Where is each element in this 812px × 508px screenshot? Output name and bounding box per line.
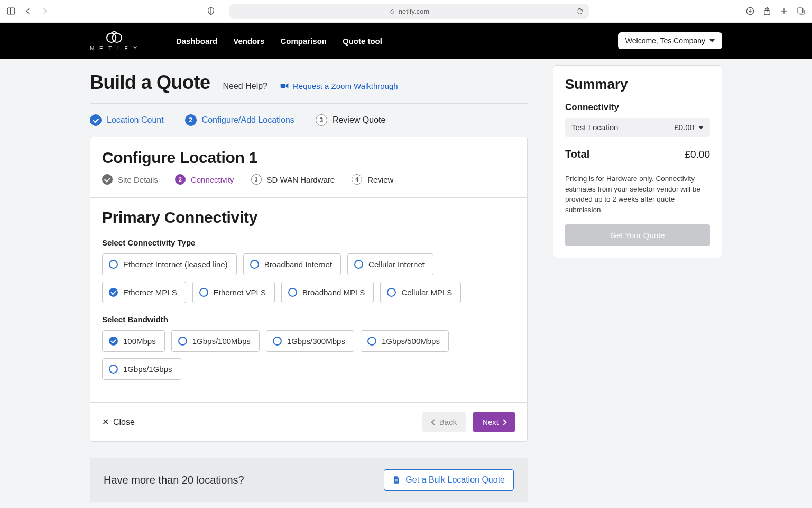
option-label: 1Gbps/300Mbps	[287, 337, 345, 346]
summary-location-row[interactable]: Test Location £0.00	[565, 118, 710, 137]
svg-point-11	[107, 33, 116, 42]
svg-rect-10	[798, 8, 803, 13]
svg-rect-15	[395, 479, 398, 480]
summary-title: Summary	[565, 76, 710, 93]
radio-icon	[387, 288, 396, 297]
option-label: Ethernet MPLS	[123, 288, 177, 297]
next-button[interactable]: Next	[473, 412, 515, 432]
radio-icon	[109, 365, 118, 374]
substep-connectivity[interactable]: 2 Connectivity	[175, 174, 234, 185]
chevron-right-icon	[501, 419, 506, 425]
option-label: 1Gbps/100Mbps	[192, 337, 251, 346]
caret-down-icon	[709, 39, 715, 42]
quote-stepper: Location Count 2 Configure/Add Locations…	[90, 112, 528, 137]
section-title: Primary Connectivity	[102, 208, 515, 226]
page-title: Build a Quote	[90, 71, 210, 94]
reload-icon[interactable]	[576, 7, 584, 15]
substep-review[interactable]: 4 Review	[352, 174, 393, 185]
option-label: Cellular Internet	[368, 260, 425, 269]
summary-location-name: Test Location	[571, 123, 618, 132]
svg-rect-16	[395, 480, 398, 481]
summary-subtitle: Connectivity	[565, 102, 710, 113]
bandwidth-option[interactable]: 1Gbps/100Mbps	[171, 330, 260, 352]
zoom-link-text: Request a Zoom Walkthrough	[293, 81, 398, 90]
option-label: 1Gbps/1Gbps	[123, 365, 172, 374]
divider	[90, 103, 528, 104]
bandwidth-option[interactable]: 1Gbps/1Gbps	[102, 358, 181, 380]
browser-chrome: netify.com	[0, 0, 812, 23]
downloads-icon[interactable]	[745, 6, 755, 16]
summary-panel: Summary Connectivity Test Location £0.00…	[553, 65, 722, 258]
radio-icon	[109, 288, 118, 297]
substep-sdwan-hardware[interactable]: 3 SD WAN Hardware	[251, 174, 335, 185]
configure-location-card: Configure Location 1 Site Details 2 Conn…	[90, 137, 528, 442]
sidebar-toggle-icon[interactable]	[6, 6, 16, 16]
radio-icon	[367, 337, 376, 346]
caret-down-icon	[698, 126, 704, 129]
nav-dashboard[interactable]: Dashboard	[176, 37, 217, 46]
bulk-question: Have more than 20 locations?	[104, 474, 244, 486]
option-label: Ethernet VPLS	[214, 288, 266, 297]
lock-icon	[389, 8, 395, 14]
connectivity-option[interactable]: Cellular Internet	[347, 253, 433, 275]
get-quote-button[interactable]: Get Your Quote	[565, 224, 710, 246]
svg-rect-0	[7, 8, 15, 14]
tab-overview-icon[interactable]	[796, 6, 806, 16]
zoom-walkthrough-link[interactable]: Request a Zoom Walkthrough	[280, 81, 398, 90]
connectivity-option[interactable]: Ethernet Internet (leased line)	[102, 253, 237, 275]
app-header: N E T I F Y Dashboard Vendors Comparison…	[0, 23, 812, 59]
step-location-count[interactable]: Location Count	[90, 114, 164, 126]
brand-name: N E T I F Y	[90, 46, 139, 51]
bulk-quote-button[interactable]: Get a Bulk Location Quote	[384, 469, 514, 491]
brand-logo[interactable]: N E T I F Y	[90, 31, 139, 51]
netify-logo-icon	[104, 31, 125, 43]
radio-icon	[178, 337, 187, 346]
nav-back-icon[interactable]	[23, 6, 33, 16]
share-icon[interactable]	[762, 6, 772, 16]
bandwidth-options: 100Mbps1Gbps/100Mbps1Gbps/300Mbps1Gbps/5…	[102, 330, 515, 380]
radio-icon	[273, 337, 282, 346]
connectivity-option[interactable]: Broadband Internet	[243, 253, 341, 275]
connectivity-option[interactable]: Broadband MPLS	[281, 282, 374, 303]
document-icon	[393, 476, 400, 484]
radio-icon	[250, 260, 259, 269]
radio-icon	[109, 337, 118, 346]
radio-icon	[199, 288, 208, 297]
account-menu[interactable]: Welcome, Tes Company	[618, 32, 722, 49]
connectivity-type-options: Ethernet Internet (leased line)Broadband…	[102, 253, 515, 303]
chevron-left-icon	[431, 419, 437, 425]
step-configure-locations[interactable]: 2 Configure/Add Locations	[185, 114, 294, 126]
bandwidth-option[interactable]: 1Gbps/300Mbps	[266, 330, 354, 352]
summary-total-row: Total £0.00	[565, 146, 710, 166]
radio-icon	[109, 260, 118, 269]
option-label: Broadband Internet	[264, 260, 332, 269]
option-label: 100Mbps	[123, 337, 156, 346]
bandwidth-label: Select Bandwidth	[102, 315, 515, 324]
close-button[interactable]: ✕ Close	[102, 418, 135, 427]
bandwidth-option[interactable]: 1Gbps/500Mbps	[361, 330, 449, 352]
checkmark-icon	[90, 114, 102, 126]
option-label: Broadband MPLS	[302, 288, 365, 297]
nav-quote-tool[interactable]: Quote tool	[343, 37, 382, 46]
option-label: Ethernet Internet (leased line)	[123, 260, 228, 269]
step-review-quote[interactable]: 3 Review Quote	[316, 114, 386, 126]
close-icon: ✕	[102, 418, 109, 427]
address-bar[interactable]: netify.com	[229, 4, 589, 19]
svg-rect-13	[281, 84, 285, 88]
summary-location-price: £0.00	[674, 123, 694, 132]
main-nav: Dashboard Vendors Comparison Quote tool	[176, 37, 382, 46]
radio-icon	[354, 260, 363, 269]
connectivity-option[interactable]: Ethernet MPLS	[102, 282, 186, 303]
back-button[interactable]: Back	[422, 412, 466, 432]
nav-vendors[interactable]: Vendors	[233, 37, 264, 46]
connectivity-option[interactable]: Cellular MPLS	[380, 282, 461, 303]
connectivity-option[interactable]: Ethernet VPLS	[192, 282, 275, 303]
connectivity-type-label: Select Connectivity Type	[102, 238, 515, 247]
privacy-shield-icon[interactable]	[206, 6, 216, 16]
new-tab-icon[interactable]	[779, 6, 789, 16]
welcome-text: Welcome, Tes Company	[625, 37, 705, 45]
checkmark-icon	[102, 174, 113, 185]
nav-comparison[interactable]: Comparison	[280, 37, 327, 46]
substep-site-details[interactable]: Site Details	[102, 174, 158, 185]
bandwidth-option[interactable]: 100Mbps	[102, 330, 165, 352]
